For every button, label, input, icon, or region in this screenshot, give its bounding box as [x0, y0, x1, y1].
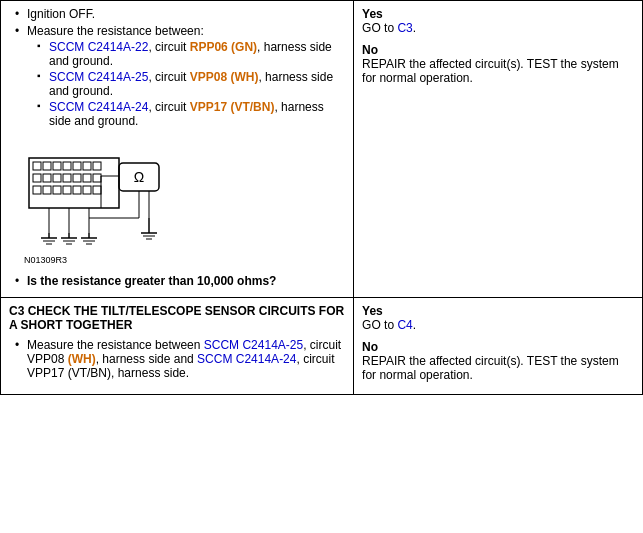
yes-link-2[interactable]: C4 [397, 318, 412, 332]
svg-rect-8 [33, 174, 41, 182]
yes-period-2: . [413, 318, 416, 332]
right-col-2: Yes GO to C4. No REPAIR the affected cir… [354, 298, 643, 395]
sub-text-1: , circuit [148, 40, 189, 54]
measure-item-2: Measure the resistance between SCCM C241… [13, 338, 345, 380]
yes-action-2: GO to C4. [362, 318, 634, 332]
yes-period-1: . [413, 21, 416, 35]
yes-action-text-2: GO to [362, 318, 397, 332]
svg-text:Ω: Ω [134, 169, 144, 185]
no-action-1: REPAIR the affected circuit(s). TEST the… [362, 57, 634, 85]
diagram-container: Ω [19, 138, 345, 268]
measure-intro: Measure the resistance between: [27, 24, 204, 38]
question-list: Is the resistance greater than 10,000 oh… [9, 274, 345, 288]
ignition-item: Ignition OFF. [13, 7, 345, 21]
main-table: Ignition OFF. Measure the resistance bet… [0, 0, 643, 395]
circuit-1: RPP06 (GN) [190, 40, 257, 54]
sccm-link-4[interactable]: SCCM C2414A-25 [204, 338, 303, 352]
c3-header: C3 CHECK THE TILT/TELESCOPE SENSOR CIRCU… [9, 304, 345, 332]
svg-rect-10 [53, 174, 61, 182]
svg-rect-1 [33, 162, 41, 170]
sub-item-2: SCCM C2414A-25, circuit VPP08 (WH), harn… [35, 70, 345, 98]
measure-intro-2: Measure the resistance between [27, 338, 200, 352]
svg-rect-6 [83, 162, 91, 170]
yes-section-2: Yes GO to C4. [362, 304, 634, 332]
sub-item-1: SCCM C2414A-22, circuit RPP06 (GN), harn… [35, 40, 345, 68]
step-list-2: Measure the resistance between SCCM C241… [9, 338, 345, 380]
svg-rect-18 [63, 186, 71, 194]
svg-rect-5 [73, 162, 81, 170]
question-text: Is the resistance greater than 10,000 oh… [27, 274, 276, 288]
svg-rect-21 [93, 186, 101, 194]
left-col-2: C3 CHECK THE TILT/TELESCOPE SENSOR CIRCU… [1, 298, 354, 395]
sub-item-3: SCCM C2414A-24, circuit VPP17 (VT/BN), h… [35, 100, 345, 128]
circuit-rest-4: , harness side and [96, 352, 197, 366]
svg-rect-19 [73, 186, 81, 194]
no-label-2: No [362, 340, 634, 354]
sccm-link-5[interactable]: SCCM C2414A-24 [197, 352, 296, 366]
svg-rect-11 [63, 174, 71, 182]
svg-rect-16 [43, 186, 51, 194]
sub-list-1: SCCM C2414A-22, circuit RPP06 (GN), harn… [27, 40, 345, 128]
svg-rect-20 [83, 186, 91, 194]
table-row-2: C3 CHECK THE TILT/TELESCOPE SENSOR CIRCU… [1, 298, 643, 395]
svg-rect-7 [93, 162, 101, 170]
ignition-text: Ignition OFF. [27, 7, 95, 21]
yes-action-text-1: GO to [362, 21, 397, 35]
svg-rect-9 [43, 174, 51, 182]
circuit-2: VPP08 (WH) [190, 70, 259, 84]
no-section-2: No REPAIR the affected circuit(s). TEST … [362, 340, 634, 382]
question-item: Is the resistance greater than 10,000 oh… [13, 274, 345, 288]
left-col-1: Ignition OFF. Measure the resistance bet… [1, 1, 354, 298]
sccm-link-2[interactable]: SCCM C2414A-25 [49, 70, 148, 84]
no-section-1: No REPAIR the affected circuit(s). TEST … [362, 43, 634, 85]
svg-rect-3 [53, 162, 61, 170]
yes-label-1: Yes [362, 7, 634, 21]
wiring-diagram: Ω [19, 138, 179, 268]
svg-rect-13 [83, 174, 91, 182]
svg-rect-15 [33, 186, 41, 194]
no-label-1: No [362, 43, 634, 57]
table-row-1: Ignition OFF. Measure the resistance bet… [1, 1, 643, 298]
yes-action-1: GO to C3. [362, 21, 634, 35]
no-action-2: REPAIR the affected circuit(s). TEST the… [362, 354, 634, 382]
sub-text-2: , circuit [148, 70, 189, 84]
svg-rect-14 [93, 174, 101, 182]
circuit-3: VPP17 (VT/BN) [190, 100, 275, 114]
yes-section-1: Yes GO to C3. [362, 7, 634, 35]
sub-text-3: , circuit [148, 100, 189, 114]
svg-rect-4 [63, 162, 71, 170]
sccm-link-3[interactable]: SCCM C2414A-24 [49, 100, 148, 114]
sccm-link-1[interactable]: SCCM C2414A-22 [49, 40, 148, 54]
right-col-1: Yes GO to C3. No REPAIR the affected cir… [354, 1, 643, 298]
circuit-color-4: (WH) [68, 352, 96, 366]
yes-link-1[interactable]: C3 [397, 21, 412, 35]
step-list-1: Ignition OFF. Measure the resistance bet… [9, 7, 345, 128]
svg-rect-12 [73, 174, 81, 182]
measure-item: Measure the resistance between: SCCM C24… [13, 24, 345, 128]
yes-label-2: Yes [362, 304, 634, 318]
svg-rect-17 [53, 186, 61, 194]
svg-rect-2 [43, 162, 51, 170]
svg-text:N01309R3: N01309R3 [24, 255, 67, 265]
